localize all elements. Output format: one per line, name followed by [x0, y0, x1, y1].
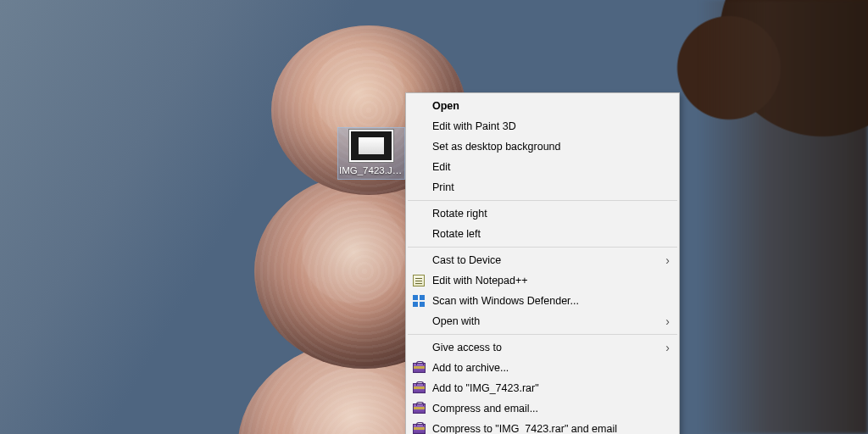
menu-item-label: Rotate left [432, 228, 654, 240]
menu-item-label: Add to "IMG_7423.rar" [432, 382, 654, 394]
menu-separator [408, 334, 677, 335]
file-thumbnail [349, 130, 393, 162]
menu-item-open[interactable]: Open [407, 96, 678, 116]
notepadpp-icon [412, 274, 426, 287]
desktop-file-icon[interactable]: IMG_7423.JPG [337, 127, 405, 180]
menu-item-label: Compress to "IMG_7423.rar" and email [432, 423, 654, 434]
menu-item-add-to-img-7423-rar[interactable]: Add to "IMG_7423.rar" [407, 378, 678, 398]
menu-item-scan-with-windows-defender[interactable]: Scan with Windows Defender... [407, 291, 678, 311]
menu-item-label: Open with [432, 315, 654, 327]
menu-item-rotate-left[interactable]: Rotate left [407, 224, 678, 244]
menu-item-edit[interactable]: Edit [407, 157, 678, 177]
menu-separator [408, 247, 677, 248]
file-label: IMG_7423.JPG [339, 164, 403, 176]
menu-item-label: Open [432, 100, 654, 112]
rar-icon [412, 361, 426, 375]
rar-icon [412, 422, 426, 434]
menu-item-open-with[interactable]: Open with› [407, 311, 678, 331]
menu-item-label: Edit with Notepad++ [432, 275, 654, 287]
menu-item-label: Print [432, 181, 654, 193]
menu-item-print[interactable]: Print [407, 177, 678, 198]
menu-item-label: Edit with Paint 3D [432, 120, 654, 132]
menu-item-label: Give access to [432, 342, 654, 353]
menu-item-label: Scan with Windows Defender... [432, 295, 654, 307]
rar-icon [412, 381, 426, 395]
menu-item-edit-with-paint-3d[interactable]: Edit with Paint 3D [407, 116, 678, 136]
menu-item-label: Compress and email... [432, 403, 654, 415]
menu-item-label: Cast to Device [432, 254, 654, 266]
menu-item-label: Rotate right [432, 208, 654, 220]
menu-item-rotate-right[interactable]: Rotate right [407, 203, 678, 224]
menu-item-label: Edit [432, 161, 654, 173]
menu-item-label: Add to archive... [432, 362, 654, 374]
menu-separator [408, 200, 677, 201]
chevron-right-icon: › [665, 314, 670, 328]
chevron-right-icon: › [665, 253, 670, 267]
defender-icon [412, 294, 426, 308]
chevron-right-icon: › [665, 341, 670, 354]
rar-icon [412, 402, 426, 415]
menu-item-compress-and-email[interactable]: Compress and email... [407, 398, 678, 419]
menu-item-cast-to-device[interactable]: Cast to Device› [407, 250, 678, 270]
menu-item-label: Set as desktop background [432, 141, 654, 153]
menu-item-compress-to-img-7423-rar-and-email[interactable]: Compress to "IMG_7423.rar" and email [407, 419, 678, 434]
menu-item-add-to-archive[interactable]: Add to archive... [407, 358, 678, 378]
menu-item-give-access-to[interactable]: Give access to› [407, 337, 678, 358]
menu-item-set-as-desktop-background[interactable]: Set as desktop background [407, 136, 678, 157]
context-menu: OpenEdit with Paint 3DSet as desktop bac… [405, 92, 680, 434]
menu-item-edit-with-notepad[interactable]: Edit with Notepad++ [407, 270, 678, 291]
